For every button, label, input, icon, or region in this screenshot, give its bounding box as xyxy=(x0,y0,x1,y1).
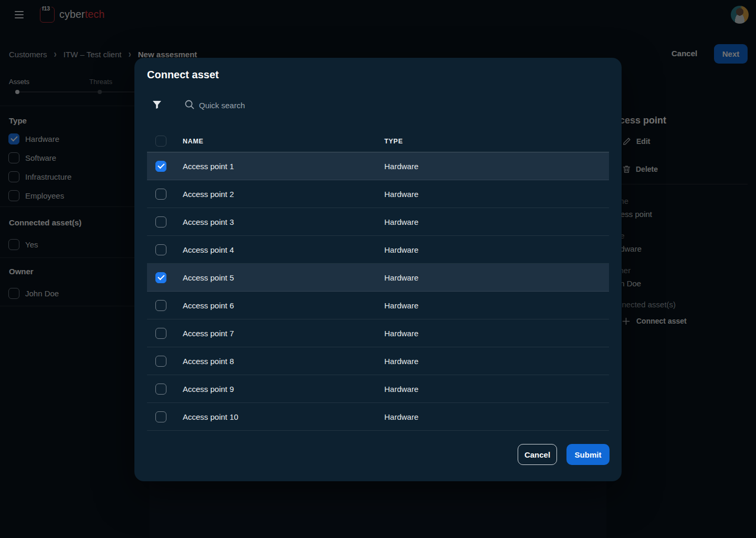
row-checkbox[interactable] xyxy=(155,161,166,172)
row-type: Hardware xyxy=(384,385,609,394)
column-header-name: NAME xyxy=(183,138,384,145)
row-name: Access point 10 xyxy=(183,412,384,421)
row-type: Hardware xyxy=(384,245,609,254)
row-type: Hardware xyxy=(384,412,609,421)
connect-asset-modal: Connect asset NAME TYPE Access point 1Ha… xyxy=(134,58,622,481)
row-type: Hardware xyxy=(384,301,609,310)
table-row[interactable]: Access point 9Hardware xyxy=(147,375,609,403)
row-checkbox[interactable] xyxy=(155,411,166,422)
table-row[interactable]: Access point 6Hardware xyxy=(147,292,609,319)
row-checkbox[interactable] xyxy=(155,272,166,283)
table-row[interactable]: Access point 1Hardware xyxy=(147,152,609,180)
row-type: Hardware xyxy=(384,162,609,171)
modal-submit-button[interactable]: Submit xyxy=(566,444,610,465)
asset-table: Access point 1HardwareAccess point 2Hard… xyxy=(147,152,609,431)
modal-cancel-button[interactable]: Cancel xyxy=(518,444,557,465)
row-name: Access point 5 xyxy=(183,273,384,282)
row-type: Hardware xyxy=(384,273,609,282)
table-row[interactable]: Access point 2Hardware xyxy=(147,180,609,208)
search-input[interactable] xyxy=(199,98,388,112)
row-type: Hardware xyxy=(384,190,609,199)
table-row[interactable]: Access point 4Hardware xyxy=(147,236,609,264)
table-row[interactable]: Access point 3Hardware xyxy=(147,208,609,236)
app-root: f13 cybertech Customers › ITW – Test cli… xyxy=(0,0,756,538)
row-type: Hardware xyxy=(384,218,609,226)
row-checkbox[interactable] xyxy=(155,384,166,395)
row-name: Access point 2 xyxy=(183,190,384,199)
row-checkbox[interactable] xyxy=(155,328,166,339)
row-name: Access point 3 xyxy=(183,218,384,226)
modal-title: Connect asset xyxy=(147,69,219,81)
row-name: Access point 7 xyxy=(183,329,384,338)
table-row[interactable]: Access point 8Hardware xyxy=(147,347,609,375)
row-name: Access point 6 xyxy=(183,301,384,310)
search-icon xyxy=(184,99,195,112)
row-checkbox[interactable] xyxy=(155,300,166,311)
row-type: Hardware xyxy=(384,329,609,338)
row-name: Access point 4 xyxy=(183,245,384,254)
row-type: Hardware xyxy=(384,357,609,366)
row-checkbox[interactable] xyxy=(155,216,166,227)
filter-icon[interactable] xyxy=(152,100,162,111)
row-checkbox[interactable] xyxy=(155,356,166,367)
column-header-type: TYPE xyxy=(384,138,609,145)
table-header: NAME TYPE xyxy=(147,130,609,152)
table-row[interactable]: Access point 7Hardware xyxy=(147,319,609,347)
row-name: Access point 9 xyxy=(183,385,384,394)
select-all-checkbox[interactable] xyxy=(155,136,166,147)
row-checkbox[interactable] xyxy=(155,244,166,255)
row-name: Access point 1 xyxy=(183,162,384,171)
table-row[interactable]: Access point 10Hardware xyxy=(147,403,609,431)
table-row[interactable]: Access point 5Hardware xyxy=(147,264,609,292)
row-checkbox[interactable] xyxy=(155,189,166,200)
row-name: Access point 8 xyxy=(183,357,384,366)
